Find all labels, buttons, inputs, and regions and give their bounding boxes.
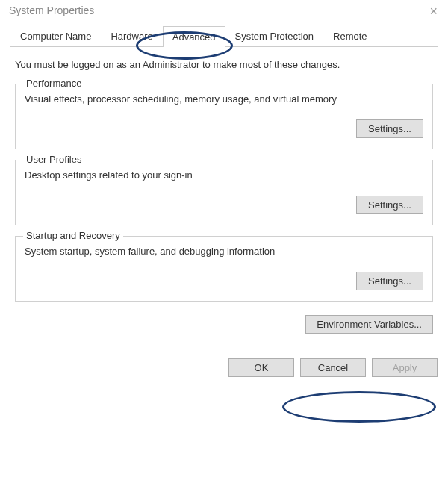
legend-performance: Performance	[23, 78, 84, 89]
dialog-footer: OK Cancel Apply	[0, 349, 448, 386]
close-icon[interactable]: ×	[425, 4, 442, 18]
group-startup-recovery: Startup and Recovery System startup, sys…	[15, 236, 433, 302]
environment-variables-button[interactable]: Environment Variables...	[305, 315, 433, 334]
startup-recovery-settings-button[interactable]: Settings...	[356, 272, 423, 290]
tab-system-protection[interactable]: System Protection	[225, 25, 324, 46]
highlight-oval-env-vars	[282, 391, 436, 423]
desc-performance: Visual effects, processor scheduling, me…	[25, 93, 423, 105]
desc-startup-recovery: System startup, system failure, and debu…	[25, 246, 423, 257]
legend-startup-recovery: Startup and Recovery	[23, 230, 123, 241]
tab-advanced[interactable]: Advanced	[163, 26, 225, 47]
legend-user-profiles: User Profiles	[23, 154, 84, 165]
user-profiles-settings-button[interactable]: Settings...	[356, 196, 423, 214]
dialog-body: Computer Name Hardware Advanced System P…	[0, 21, 448, 340]
tab-remote[interactable]: Remote	[323, 25, 377, 46]
ok-button[interactable]: OK	[228, 358, 294, 377]
desc-user-profiles: Desktop settings related to your sign-in	[25, 169, 423, 181]
group-performance: Performance Visual effects, processor sc…	[15, 84, 433, 149]
tab-hardware[interactable]: Hardware	[101, 25, 162, 46]
tabstrip: Computer Name Hardware Advanced System P…	[10, 25, 438, 47]
apply-button[interactable]: Apply	[372, 358, 438, 377]
performance-settings-button[interactable]: Settings...	[356, 119, 423, 138]
cancel-button[interactable]: Cancel	[300, 358, 366, 377]
window-title: System Properties	[9, 4, 94, 16]
tab-computer-name[interactable]: Computer Name	[10, 25, 101, 46]
group-user-profiles: User Profiles Desktop settings related t…	[15, 160, 433, 225]
titlebar: System Properties ×	[0, 0, 448, 21]
admin-notice: You must be logged on as an Administrato…	[10, 53, 438, 79]
